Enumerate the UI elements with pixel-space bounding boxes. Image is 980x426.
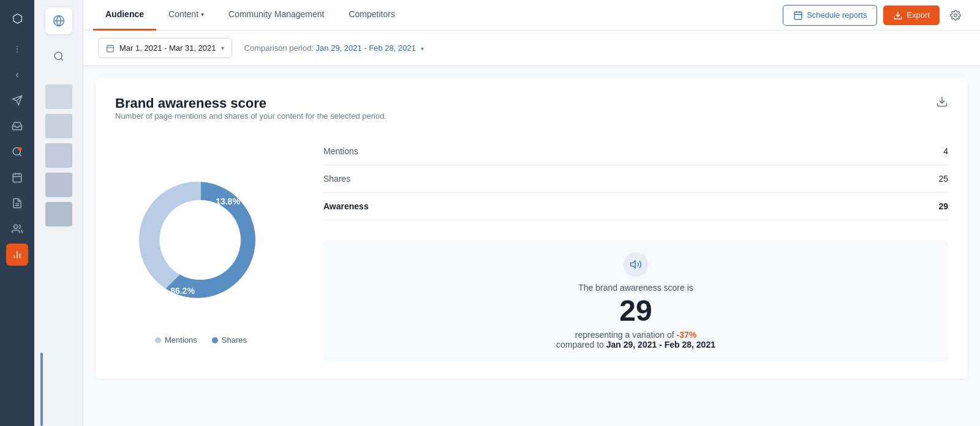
dots-icon[interactable]: ⋮ [6, 38, 28, 60]
calendar-icon[interactable] [6, 166, 28, 189]
back-icon[interactable]: › [6, 64, 28, 86]
awareness-score: 29 [619, 295, 652, 327]
card-title-group: Brand awareness score Number of page men… [115, 95, 386, 135]
topnav-actions: Schedule reports Export [783, 5, 965, 26]
comparison-date-link[interactable]: Jan 29, 2021 - Feb 28, 2021 [316, 43, 416, 53]
sidebar-dark: ⬡ ⋮ › [0, 0, 34, 426]
stats-panel: Mentions 4 Shares 25 Awareness 29 [323, 138, 948, 362]
variation-percentage: -37% [677, 330, 697, 340]
svg-rect-25 [107, 45, 114, 52]
inbox-icon[interactable] [6, 115, 28, 137]
svg-point-4 [18, 148, 22, 151]
awareness-description: The brand awareness score is [578, 283, 693, 293]
export-icon [893, 10, 903, 20]
donut-center [161, 200, 241, 280]
shares-pct-label: 86.2% [170, 286, 195, 296]
shares-legend-label: Shares [222, 335, 247, 345]
sidebar-network-icon[interactable] [45, 7, 72, 34]
schedule-icon [793, 10, 803, 20]
content-area: Brand awareness score Number of page men… [83, 66, 980, 426]
mentions-legend-dot [155, 337, 161, 343]
donut-chart: 13.8% 86.2% [115, 154, 287, 326]
main-content: Audience Content ▾ Community Management … [83, 0, 980, 426]
tab-audience[interactable]: Audience [93, 0, 156, 31]
people-icon[interactable] [6, 218, 28, 240]
mentions-pct-label: 13.8% [216, 196, 240, 206]
stat-row-shares: Shares 25 [323, 165, 948, 193]
channel-block-2[interactable] [45, 114, 72, 138]
search-notify-icon[interactable] [6, 141, 28, 163]
tab-competitors[interactable]: Competitors [336, 0, 407, 31]
svg-rect-19 [794, 12, 802, 19]
legend-shares: Shares [212, 335, 247, 345]
stat-row-awareness: Awareness 29 [323, 193, 948, 220]
stat-row-mentions: Mentions 4 [323, 138, 948, 165]
awareness-info-box: The brand awareness score is 29 represen… [323, 240, 948, 362]
channel-block-5[interactable] [45, 202, 72, 226]
card-header: Brand awareness score Number of page men… [115, 95, 948, 135]
tab-community[interactable]: Community Management [216, 0, 336, 31]
chart-legend: Mentions Shares [155, 335, 247, 345]
gear-icon [950, 10, 961, 21]
logo-icon[interactable]: ⬡ [6, 7, 28, 29]
topnav: Audience Content ▾ Community Management … [83, 0, 980, 31]
channel-block-1[interactable] [45, 84, 72, 109]
tab-content[interactable]: Content ▾ [156, 0, 216, 31]
svg-marker-30 [631, 261, 636, 268]
paper-plane-icon[interactable] [6, 89, 28, 111]
mentions-label: Mentions [323, 146, 358, 156]
content-chevron-icon: ▾ [201, 11, 204, 18]
filterbar: Mar 1, 2021 - Mar 31, 2021 ▾ Comparison … [83, 31, 980, 66]
channel-block-4[interactable] [45, 173, 72, 197]
comparison-chevron-icon[interactable]: ▾ [421, 45, 424, 52]
svg-line-3 [19, 154, 21, 155]
nav-tabs: Audience Content ▾ Community Management … [93, 0, 783, 31]
report-icon[interactable] [6, 192, 28, 214]
svg-rect-5 [13, 174, 21, 182]
shares-value: 25 [938, 174, 948, 184]
awareness-comparison-period: compared to Jan 29, 2021 - Feb 28, 2021 [556, 340, 715, 349]
export-button[interactable]: Export [883, 6, 940, 25]
sidebar-search-icon[interactable] [45, 43, 72, 70]
calendar-icon [106, 44, 115, 53]
donut-chart-container: 13.8% 86.2% Mentions [115, 154, 287, 345]
legend-mentions: Mentions [155, 335, 197, 345]
mentions-legend-label: Mentions [165, 335, 197, 345]
comparison-period-text: Comparison period: Jan 29, 2021 - Feb 28… [244, 43, 424, 53]
channel-block-3[interactable] [45, 143, 72, 168]
awareness-value: 29 [938, 201, 948, 211]
svg-line-18 [61, 58, 62, 60]
schedule-reports-button[interactable]: Schedule reports [783, 5, 877, 26]
brand-awareness-card: Brand awareness score Number of page men… [96, 78, 968, 379]
awareness-label: Awareness [323, 201, 369, 211]
date-picker-chevron-icon: ▾ [221, 45, 224, 51]
download-button[interactable] [936, 95, 948, 111]
analytics-icon[interactable] [6, 244, 28, 266]
card-subtitle: Number of page mentions and shares of yo… [115, 111, 386, 121]
svg-point-24 [954, 13, 957, 17]
date-range-picker[interactable]: Mar 1, 2021 - Mar 31, 2021 ▾ [98, 38, 232, 58]
settings-button[interactable] [946, 6, 965, 25]
sidebar-light [34, 0, 83, 426]
shares-label: Shares [323, 174, 350, 184]
awareness-icon [624, 252, 648, 277]
svg-point-17 [55, 52, 62, 59]
chart-stats-row: 13.8% 86.2% Mentions [115, 138, 948, 362]
awareness-variation-text: representing a variation of -37% [575, 330, 696, 340]
mentions-value: 4 [943, 146, 948, 156]
card-title: Brand awareness score [115, 95, 386, 111]
svg-point-11 [14, 225, 18, 228]
comparison-period-value: Jan 29, 2021 - Feb 28, 2021 [606, 340, 715, 349]
shares-legend-dot [212, 337, 218, 343]
